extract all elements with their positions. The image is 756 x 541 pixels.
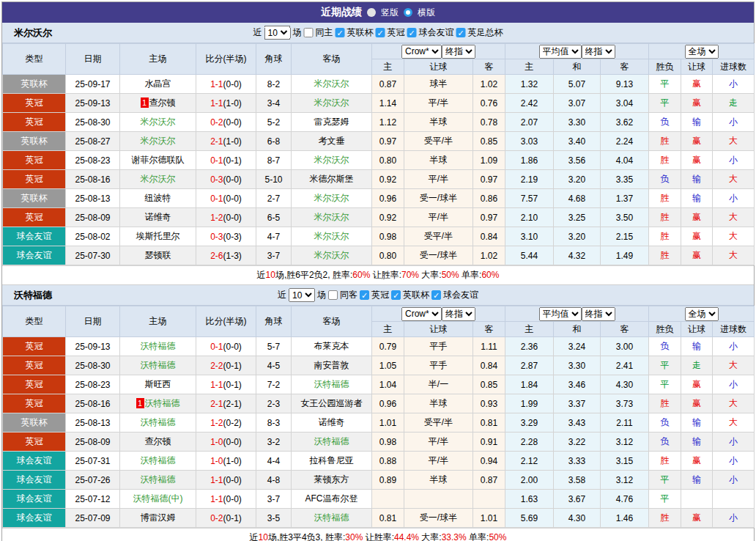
- bookmaker-select[interactable]: Crow*: [401, 45, 442, 59]
- home-team-cell[interactable]: 1查尔顿: [120, 94, 196, 113]
- league-checkbox-1[interactable]: ✓: [391, 290, 401, 300]
- corners-cell: 6-5: [256, 208, 292, 227]
- home-team-cell[interactable]: 纽波特: [120, 189, 196, 208]
- date-cell: 25-08-13: [66, 189, 120, 208]
- average-select[interactable]: 平均值: [539, 45, 582, 59]
- odds-stage-select[interactable]: 终指: [442, 307, 475, 321]
- home-team-cell[interactable]: 博雷汉姆: [120, 509, 196, 528]
- recent-count-select[interactable]: 10: [289, 288, 315, 302]
- league-checkbox-2[interactable]: ✓: [431, 290, 441, 300]
- league-checkbox-0[interactable]: ✓: [360, 290, 369, 300]
- average-select[interactable]: 平均值: [539, 307, 582, 321]
- date-cell: 25-08-16: [66, 170, 120, 189]
- handicap-line-cell: 球半: [404, 75, 473, 94]
- league-type-cell: 球会友谊: [3, 227, 66, 246]
- bookmaker-select[interactable]: Crow*: [401, 307, 442, 321]
- away-team-cell[interactable]: 米尔沃尔: [292, 246, 372, 265]
- away-team-cell[interactable]: 诺维奇: [292, 413, 372, 433]
- sub-col-header-0: 主: [372, 322, 404, 337]
- home-team-cell[interactable]: 沃特福德(中): [120, 490, 196, 509]
- fulltime-score: 1-1: [210, 380, 223, 390]
- home-team-cell[interactable]: 米尔沃尔: [120, 113, 196, 132]
- home-team-cell[interactable]: 沃特福德: [120, 452, 196, 471]
- away-team-cell[interactable]: 米尔沃尔: [292, 227, 372, 246]
- away-team-cell[interactable]: 拉科鲁尼亚: [292, 452, 372, 471]
- league-checkbox-3[interactable]: ✓: [456, 28, 466, 37]
- home-team-cell[interactable]: 诺维奇: [120, 208, 196, 227]
- home-team-name: 沃特福德: [141, 341, 176, 351]
- result-handicap-cell: 输: [681, 337, 713, 356]
- league-type-cell: 英联杯: [3, 132, 66, 151]
- home-team-cell[interactable]: 埃斯托里尔: [120, 227, 196, 246]
- horizontal-layout-radio[interactable]: [404, 8, 412, 17]
- avg-draw-odds-cell: 3.20: [554, 170, 601, 189]
- home-team-cell[interactable]: 沃特福德: [120, 356, 196, 375]
- away-team-cell[interactable]: 米尔沃尔: [292, 208, 372, 227]
- handicap-home-odds-cell: 0.98: [372, 227, 404, 246]
- result-outcome-cell: 胜: [649, 227, 681, 246]
- col-date-header: 日期: [66, 44, 120, 75]
- odds-stage-select[interactable]: 终指: [442, 45, 475, 59]
- halftime-score: (2-1): [223, 399, 242, 409]
- away-team-cell[interactable]: 布莱克本: [292, 337, 372, 356]
- fullmatch-select[interactable]: 全场: [685, 45, 719, 59]
- near-label: 近: [253, 26, 262, 39]
- home-team-cell[interactable]: 1沃特福德: [120, 394, 196, 413]
- away-team-cell[interactable]: 米尔沃尔: [292, 189, 372, 208]
- away-team-cell[interactable]: 考文垂: [292, 132, 372, 151]
- league-checkbox-0[interactable]: ✓: [336, 28, 345, 37]
- home-team-cell[interactable]: 查尔顿: [120, 433, 196, 452]
- odds-stage-select-2[interactable]: 终指: [582, 45, 615, 59]
- halftime-score: (0-1): [223, 361, 242, 371]
- matches-label: 场: [293, 26, 302, 39]
- handicap-line-cell: 平/半: [404, 452, 473, 471]
- handicap-line-cell: 受一/球半: [404, 509, 473, 528]
- league-checkbox-2[interactable]: ✓: [407, 28, 417, 37]
- home-team-cell[interactable]: 谢菲尔德联队: [120, 151, 196, 170]
- league-checkbox-1[interactable]: ✓: [376, 28, 385, 37]
- home-team-name: 沃特福德: [141, 360, 176, 370]
- result-handicap-cell: 赢: [681, 208, 713, 227]
- home-team-cell[interactable]: 斯旺西: [120, 375, 196, 394]
- handicap-away-odds-cell: 0.87: [473, 471, 505, 490]
- home-team-cell[interactable]: 水晶宫: [120, 75, 196, 94]
- handicap-line-cell: 半/一: [404, 375, 473, 394]
- away-team-cell[interactable]: 南安普敦: [292, 356, 372, 375]
- away-team-cell[interactable]: 雷克瑟姆: [292, 113, 372, 132]
- away-team-cell[interactable]: 米尔沃尔: [292, 151, 372, 170]
- home-team-cell[interactable]: 米尔沃尔: [120, 132, 196, 151]
- away-team-cell[interactable]: 沃特福德: [292, 375, 372, 394]
- handicap-away-odds-cell: 1.11: [473, 337, 505, 356]
- corners-cell: 5-10: [256, 170, 292, 189]
- away-team-cell[interactable]: 米德尔斯堡: [292, 170, 372, 189]
- home-team-cell[interactable]: 沃特福德: [120, 413, 196, 433]
- away-team-cell[interactable]: 米尔沃尔: [292, 94, 372, 113]
- home-team-name: 埃斯托里尔: [136, 231, 180, 241]
- home-team-cell[interactable]: 米尔沃尔: [120, 170, 196, 189]
- away-team-name: 米尔沃尔: [314, 155, 349, 165]
- recent-count-select[interactable]: 10: [264, 26, 291, 40]
- handicap-odds-group-header: Crow*终指: [372, 306, 505, 322]
- col-corner-header: 角球: [256, 306, 292, 337]
- same-checkbox-label: 同客: [340, 289, 357, 301]
- home-team-cell[interactable]: 沃特福德: [120, 337, 196, 356]
- handicap-away-odds-cell: 0.86: [473, 189, 505, 208]
- same-home-checkbox[interactable]: [304, 28, 314, 37]
- odds-stage-select-2[interactable]: 终指: [582, 307, 615, 321]
- handicap-home-odds-cell: 0.80: [372, 151, 404, 170]
- sub-col-header-7: 让球: [681, 59, 713, 75]
- avg-away-odds-cell: 4.04: [601, 151, 649, 170]
- sub-col-header-4: 和: [554, 322, 601, 337]
- fullmatch-select[interactable]: 全场: [685, 307, 719, 321]
- same-away-checkbox[interactable]: [328, 290, 338, 300]
- home-team-cell[interactable]: 瑟顿联: [120, 246, 196, 265]
- away-team-cell[interactable]: 沃特福德: [292, 433, 372, 452]
- sub-col-header-4: 和: [554, 59, 601, 75]
- home-team-cell[interactable]: 沃特福德: [120, 471, 196, 490]
- away-team-cell[interactable]: 沃特福德: [292, 509, 372, 528]
- away-team-cell[interactable]: 米尔沃尔: [292, 75, 372, 94]
- away-team-cell[interactable]: 女王公园巡游者: [292, 394, 372, 413]
- vertical-layout-radio[interactable]: [367, 8, 376, 17]
- away-team-cell[interactable]: 莱顿东方: [292, 471, 372, 490]
- away-team-cell[interactable]: AFC温布尔登: [292, 490, 372, 509]
